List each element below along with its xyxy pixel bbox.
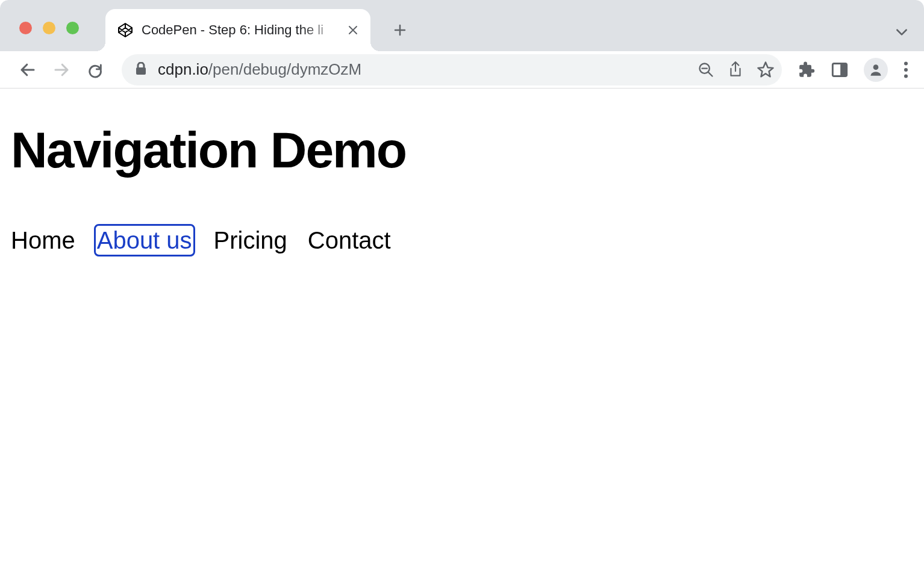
svg-line-2 [708, 72, 712, 76]
tab-close-button[interactable] [345, 22, 361, 38]
nav-link-pricing[interactable]: Pricing [214, 226, 287, 255]
svg-rect-0 [136, 67, 146, 75]
nav-link-home[interactable]: Home [11, 226, 75, 255]
codepen-icon [117, 22, 133, 38]
browser-tab-strip: CodePen - Step 6: Hiding the li [0, 0, 924, 51]
side-panel-icon[interactable] [831, 61, 848, 78]
url-text: cdpn.io/pen/debug/dymzOzM [158, 60, 698, 79]
page-heading: Navigation Demo [11, 123, 913, 176]
lock-icon [135, 62, 147, 78]
share-icon[interactable] [728, 61, 743, 78]
profile-avatar[interactable] [864, 58, 888, 82]
address-bar[interactable]: cdpn.io/pen/debug/dymzOzM [122, 54, 782, 85]
browser-toolbar: cdpn.io/pen/debug/dymzOzM [0, 51, 924, 89]
svg-point-7 [904, 61, 908, 65]
url-path: /pen/debug/dymzOzM [208, 60, 361, 78]
window-close-button[interactable] [19, 22, 32, 34]
window-controls [19, 22, 79, 34]
window-minimize-button[interactable] [43, 22, 55, 34]
bookmark-star-icon[interactable] [757, 61, 775, 79]
svg-point-9 [904, 74, 908, 78]
browser-tab[interactable]: CodePen - Step 6: Hiding the li [105, 9, 370, 51]
svg-point-8 [904, 67, 908, 71]
nav-link-contact[interactable]: Contact [308, 226, 391, 255]
demo-nav: Home About us Pricing Contact [11, 226, 913, 255]
zoom-out-icon[interactable] [698, 61, 714, 78]
page-content: Navigation Demo Home About us Pricing Co… [0, 89, 924, 255]
new-tab-button[interactable] [385, 15, 415, 45]
nav-link-about-us[interactable]: About us [96, 226, 193, 255]
back-button[interactable] [12, 54, 43, 85]
tab-search-button[interactable] [894, 24, 910, 42]
window-maximize-button[interactable] [66, 22, 79, 34]
svg-rect-5 [840, 63, 847, 76]
reload-button[interactable] [80, 54, 111, 85]
url-host: cdpn.io [158, 60, 208, 78]
forward-button[interactable] [46, 54, 77, 85]
extensions-icon[interactable] [799, 61, 816, 78]
tab-title: CodePen - Step 6: Hiding the li [142, 22, 340, 38]
kebab-menu-icon[interactable] [904, 61, 908, 78]
svg-point-6 [873, 64, 879, 70]
